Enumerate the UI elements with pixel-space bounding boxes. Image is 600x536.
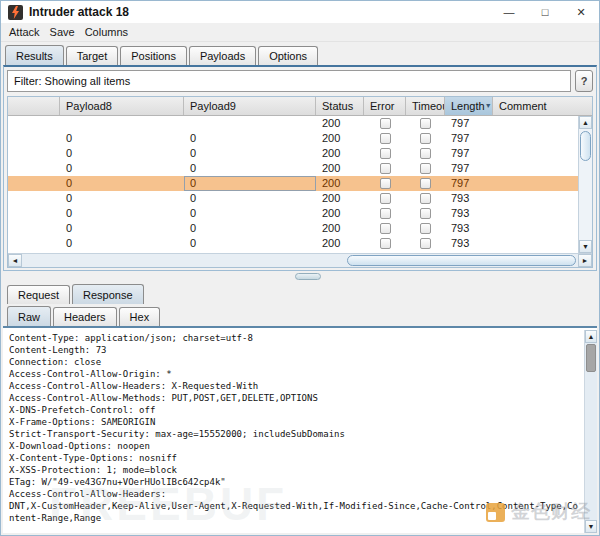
header-payload8[interactable]: Payload8	[60, 97, 184, 115]
timeout-checkbox[interactable]	[420, 118, 431, 129]
length-cell: 797	[445, 131, 493, 146]
header-request[interactable]	[8, 97, 60, 115]
timeout-checkbox[interactable]	[420, 208, 431, 219]
scroll-down-icon[interactable]: ▼	[579, 240, 592, 253]
comment-cell	[493, 236, 578, 251]
table-body: 200 797 0 0 200 797	[8, 116, 578, 253]
timeout-checkbox[interactable]	[420, 133, 431, 144]
timeout-cell	[406, 236, 445, 251]
scroll-left-icon[interactable]: ◄	[8, 254, 22, 267]
timeout-checkbox[interactable]	[420, 223, 431, 234]
error-checkbox[interactable]	[380, 193, 391, 204]
tab-positions[interactable]: Positions	[120, 46, 187, 65]
payload9-cell: 0	[184, 161, 316, 176]
tab-target[interactable]: Target	[66, 46, 119, 65]
payload9-cell	[184, 116, 316, 131]
tab-hex[interactable]: Hex	[119, 307, 161, 326]
view-tab-bar: Raw Headers Hex	[3, 304, 597, 326]
title-bar: Intruder attack 18 — □ ✕	[1, 1, 599, 23]
header-comment[interactable]: Comment	[493, 97, 592, 115]
payload9-cell: 0	[184, 191, 316, 206]
tab-response[interactable]: Response	[72, 284, 144, 304]
tab-options[interactable]: Options	[258, 46, 318, 65]
vertical-scroll-thumb[interactable]	[580, 131, 591, 161]
header-status[interactable]: Status	[316, 97, 364, 115]
table-row[interactable]: 0 0 200 793	[8, 236, 578, 251]
header-error[interactable]: Error	[364, 97, 406, 115]
table-row-selected[interactable]: 0 0 200 797	[8, 176, 578, 191]
results-table: Payload8 Payload9 Status Error Timeout L…	[7, 96, 593, 268]
close-button[interactable]: ✕	[563, 1, 599, 23]
window-title: Intruder attack 18	[29, 5, 129, 19]
tab-request[interactable]: Request	[7, 285, 70, 304]
horizontal-scroll-thumb[interactable]	[347, 255, 576, 266]
payload9-cell: 0	[184, 221, 316, 236]
header-timeout[interactable]: Timeout	[406, 97, 445, 115]
timeout-checkbox[interactable]	[420, 163, 431, 174]
comment-cell	[493, 206, 578, 221]
sort-desc-icon: ▼	[485, 97, 492, 115]
error-checkbox[interactable]	[380, 148, 391, 159]
error-cell	[364, 221, 406, 236]
help-button[interactable]: ?	[575, 70, 593, 92]
error-checkbox[interactable]	[380, 238, 391, 249]
payload9-cell: 0	[184, 236, 316, 251]
length-cell: 797	[445, 176, 493, 191]
table-row[interactable]: 0 0 200 797	[8, 146, 578, 161]
window-controls: — □ ✕	[491, 1, 599, 23]
tab-headers[interactable]: Headers	[53, 307, 117, 326]
timeout-cell	[406, 176, 445, 191]
error-cell	[364, 146, 406, 161]
payload9-cell: 0	[184, 146, 316, 161]
response-scroll-thumb[interactable]	[586, 344, 596, 372]
payload8-cell: 0	[60, 191, 184, 206]
payload8-cell: 0	[60, 161, 184, 176]
error-checkbox[interactable]	[380, 208, 391, 219]
response-vertical-scrollbar[interactable]: ▲ ▼	[584, 330, 597, 533]
table-horizontal-scrollbar[interactable]: ◄ ►	[8, 253, 592, 267]
maximize-button[interactable]: □	[527, 1, 563, 23]
splitter-grip[interactable]	[295, 273, 321, 280]
scroll-up-icon[interactable]: ▲	[579, 116, 592, 129]
length-cell: 797	[445, 116, 493, 131]
request-cell	[8, 161, 60, 176]
scroll-down-icon[interactable]: ▼	[585, 520, 597, 533]
status-cell: 200	[316, 206, 364, 221]
table-row[interactable]: 0 0 200 797	[8, 131, 578, 146]
table-row[interactable]: 0 0 200 793	[8, 221, 578, 236]
tab-raw[interactable]: Raw	[7, 306, 51, 326]
pane-splitter	[3, 271, 597, 282]
menu-save[interactable]: Save	[50, 26, 75, 38]
table-vertical-scrollbar[interactable]: ▲ ▼	[578, 116, 592, 253]
table-row[interactable]: 200 797	[8, 116, 578, 131]
error-checkbox[interactable]	[380, 223, 391, 234]
timeout-cell	[406, 146, 445, 161]
tab-results[interactable]: Results	[5, 45, 64, 65]
error-checkbox[interactable]	[380, 178, 391, 189]
timeout-cell	[406, 221, 445, 236]
table-row[interactable]: 0 0 200 797	[8, 161, 578, 176]
response-raw-text[interactable]: Content-Type: application/json; charset=…	[5, 330, 582, 533]
timeout-cell	[406, 206, 445, 221]
timeout-checkbox[interactable]	[420, 193, 431, 204]
scroll-right-icon[interactable]: ►	[578, 254, 592, 267]
timeout-checkbox[interactable]	[420, 238, 431, 249]
timeout-checkbox[interactable]	[420, 178, 431, 189]
error-checkbox[interactable]	[380, 133, 391, 144]
table-row[interactable]: 0 0 200 793	[8, 206, 578, 221]
payload8-cell: 0	[60, 176, 184, 191]
menu-columns[interactable]: Columns	[85, 26, 128, 38]
timeout-checkbox[interactable]	[420, 148, 431, 159]
filter-bar[interactable]: Filter: Showing all items	[7, 70, 571, 92]
payload9-cell-focused: 0	[184, 176, 316, 191]
header-length[interactable]: Length ▼	[445, 97, 493, 115]
scroll-up-icon[interactable]: ▲	[585, 330, 597, 343]
error-checkbox[interactable]	[380, 118, 391, 129]
menu-attack[interactable]: Attack	[9, 26, 40, 38]
table-row[interactable]: 0 0 200 793	[8, 191, 578, 206]
response-viewer: Content-Type: application/json; charset=…	[3, 326, 597, 533]
minimize-button[interactable]: —	[491, 1, 527, 23]
error-checkbox[interactable]	[380, 163, 391, 174]
tab-payloads[interactable]: Payloads	[189, 46, 256, 65]
header-payload9[interactable]: Payload9	[184, 97, 316, 115]
